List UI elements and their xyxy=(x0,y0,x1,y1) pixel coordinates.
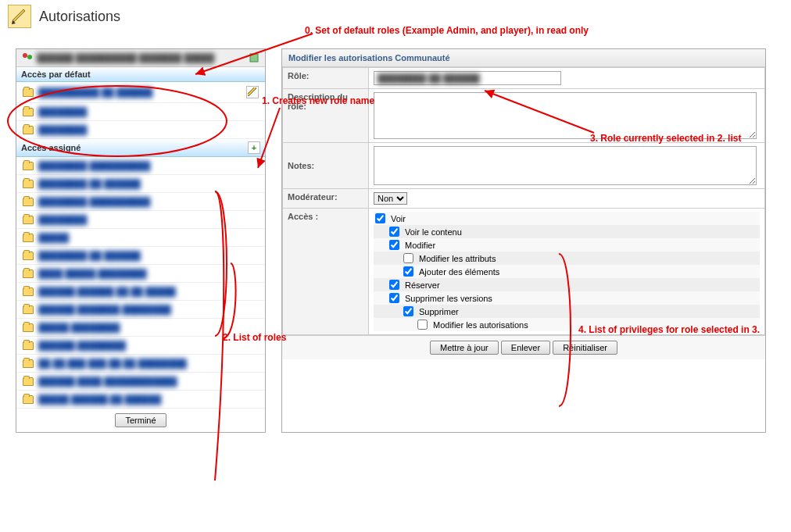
reset-button[interactable]: Réinitialiser xyxy=(553,341,617,355)
folder-icon xyxy=(23,234,34,242)
remove-button[interactable]: Enlever xyxy=(501,341,550,355)
annotation-3: 3. Role currently selected in 2. list xyxy=(590,133,741,144)
edit-icon[interactable] xyxy=(246,86,259,98)
role-item-label: ██████ ████ ████████████ xyxy=(38,377,177,386)
page-icon xyxy=(8,5,31,28)
permission-checkbox[interactable] xyxy=(389,227,399,237)
permission-row: Réserver xyxy=(374,278,760,291)
folder-icon xyxy=(23,395,34,404)
permission-row: Supprimer xyxy=(374,305,760,318)
assigned-role-item[interactable]: ████████ ██ ██████ xyxy=(16,247,265,265)
role-item-label: ██████ ███████ ████████ xyxy=(38,305,171,314)
annotation-0: 0. Set of default roles (Example Admin, … xyxy=(305,25,589,36)
permission-label: Modifier les autorisations xyxy=(433,320,528,330)
default-role-item[interactable]: ████████ xyxy=(16,103,265,121)
svg-point-0 xyxy=(23,53,27,58)
default-role-item[interactable]: ████████ xyxy=(16,121,265,139)
assigned-role-item[interactable]: ████████ ██████████ xyxy=(16,193,265,211)
panel-title-redacted: ██████ ██████████ ███████ █████ xyxy=(37,53,214,62)
assigned-role-item[interactable]: ████████ ██ ██████ xyxy=(16,175,265,193)
role-item-label: ████████ xyxy=(38,107,87,116)
roles-panel-header: ██████ ██████████ ███████ █████ xyxy=(16,49,265,67)
annotation-1: 1. Creates new role name xyxy=(262,95,374,106)
permission-checkbox[interactable] xyxy=(417,320,428,330)
permission-checkbox[interactable] xyxy=(389,293,399,303)
roles-panel: ██████ ██████████ ███████ █████ Accès pa… xyxy=(16,48,266,433)
folder-icon xyxy=(23,377,34,386)
permission-row: Voir xyxy=(374,212,760,225)
permission-label: Modifier les attributs xyxy=(419,254,496,263)
permission-label: Supprimer les versions xyxy=(405,294,492,303)
folder-icon xyxy=(23,216,34,224)
permission-checkbox[interactable] xyxy=(389,280,399,290)
permission-checkbox[interactable] xyxy=(389,240,399,250)
assigned-role-item[interactable]: ████████ ██████████ xyxy=(16,157,265,175)
folder-icon xyxy=(23,180,34,188)
page-title: Autorisations xyxy=(39,9,120,25)
role-item-label: ██████ ████████ xyxy=(38,341,126,350)
role-item-label: ████████ ██████████ xyxy=(38,197,150,206)
folder-icon xyxy=(23,341,34,350)
moderator-label: Modérateur: xyxy=(283,189,369,209)
folder-icon xyxy=(23,305,34,314)
folder-icon xyxy=(23,198,34,206)
moderator-select[interactable]: NonOui xyxy=(374,192,407,205)
folder-icon xyxy=(23,108,34,116)
permission-label: Voir le contenu xyxy=(405,227,462,237)
add-role-icon[interactable]: + xyxy=(248,141,260,154)
notes-field[interactable] xyxy=(374,146,757,185)
permission-label: Ajouter des éléments xyxy=(419,267,499,277)
permission-label: Modifier xyxy=(405,241,435,250)
svg-point-1 xyxy=(27,55,32,59)
folder-icon xyxy=(23,359,34,368)
assigned-role-item[interactable]: ██████ ███████ ████████ xyxy=(16,301,265,319)
access-label: Accès : xyxy=(283,209,369,335)
permission-row: Ajouter des éléments xyxy=(374,265,760,278)
svg-rect-2 xyxy=(250,54,258,62)
role-item-label: █████ ████████ xyxy=(38,323,120,332)
permission-checkbox[interactable] xyxy=(403,266,413,277)
footer-row: Terminé xyxy=(16,409,265,432)
permission-row: Supprimer les versions xyxy=(374,291,760,305)
update-button[interactable]: Mettre à jour xyxy=(430,341,499,355)
folder-icon xyxy=(23,287,34,296)
notes-label: Notes: xyxy=(283,143,369,189)
done-button[interactable]: Terminé xyxy=(115,413,166,427)
assigned-access-section: Accès assigné + xyxy=(16,139,265,157)
annotation-2: 2. List of roles xyxy=(223,332,286,343)
default-role-item[interactable]: ██████████ ██ ██████ xyxy=(16,82,265,103)
folder-icon xyxy=(23,162,34,170)
assigned-role-item[interactable]: ████████ xyxy=(16,211,265,229)
form-table: Rôle: ████████ ██ ██████ Description du … xyxy=(282,67,765,335)
action-buttons-row: Mettre à jour Enlever Réinitialiser xyxy=(282,335,765,359)
role-field[interactable]: ████████ ██ ██████ xyxy=(374,71,561,85)
header-tool-icon[interactable] xyxy=(248,52,260,64)
role-item-label: ██████████ ██ ██████ xyxy=(38,87,152,97)
role-item-label: ████████ ██ ██████ xyxy=(38,251,141,260)
assigned-role-item[interactable]: ██ ██ ███ ███ ██ ██ ████████ xyxy=(16,355,265,373)
description-field[interactable] xyxy=(374,92,757,139)
role-item-label: ████████ xyxy=(38,215,87,224)
permission-checkbox[interactable] xyxy=(375,213,385,223)
role-item-label: ████████ xyxy=(38,125,87,134)
permission-checkbox[interactable] xyxy=(403,306,413,316)
role-item-label: ██ ██ ███ ███ ██ ██ ████████ xyxy=(38,359,187,368)
permission-row: Modifier xyxy=(374,238,760,252)
assigned-roles-list: ████████ ██████████████████ ██ █████████… xyxy=(16,157,265,409)
default-roles-list: ██████████ ██ ██████████████████████ xyxy=(16,82,265,139)
role-item-label: █████ xyxy=(38,233,69,242)
assigned-role-item[interactable]: █████ ██████ ██ ██████ xyxy=(16,391,265,409)
folder-icon xyxy=(23,252,34,260)
assigned-role-item[interactable]: ████ █████ ████████ xyxy=(16,265,265,283)
assigned-role-item[interactable]: ██████ ████ ████████████ xyxy=(16,373,265,391)
permission-checkbox[interactable] xyxy=(403,253,413,263)
permission-row: Modifier les attributs xyxy=(374,252,760,265)
permissions-block: VoirVoir le contenuModifierModifier les … xyxy=(369,209,764,334)
role-item-label: ████ █████ ████████ xyxy=(38,269,147,278)
default-access-section: Accès par défaut xyxy=(16,67,265,82)
role-item-label: █████ ██████ ██ ██████ xyxy=(38,395,161,404)
users-icon xyxy=(21,52,34,64)
assigned-role-item[interactable]: ██████ ██████ ██ ██ █████ xyxy=(16,283,265,301)
role-item-label: ██████ ██████ ██ ██ █████ xyxy=(38,287,176,296)
assigned-role-item[interactable]: █████ xyxy=(16,229,265,247)
